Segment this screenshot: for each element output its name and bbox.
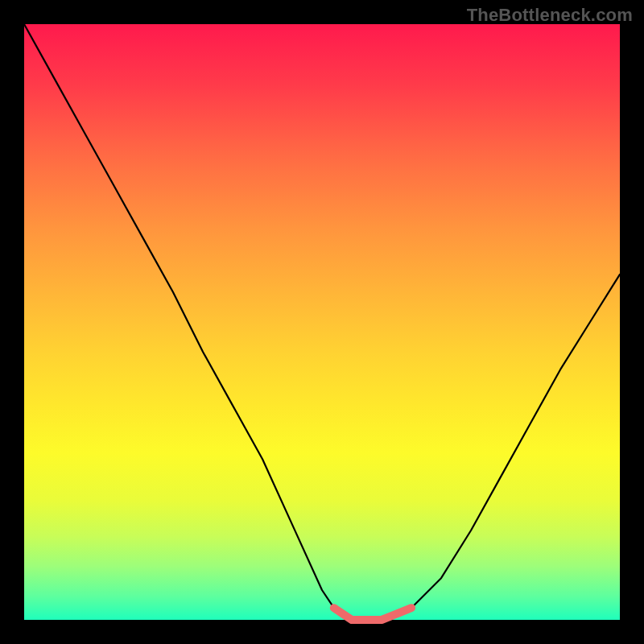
- main-curve: [24, 24, 620, 620]
- curve-group: [24, 24, 620, 620]
- plot-area: [24, 24, 620, 620]
- watermark-text: TheBottleneck.com: [467, 5, 633, 26]
- bottom-accent: [334, 608, 411, 620]
- stage: TheBottleneck.com: [0, 0, 644, 644]
- chart-svg: [24, 24, 620, 620]
